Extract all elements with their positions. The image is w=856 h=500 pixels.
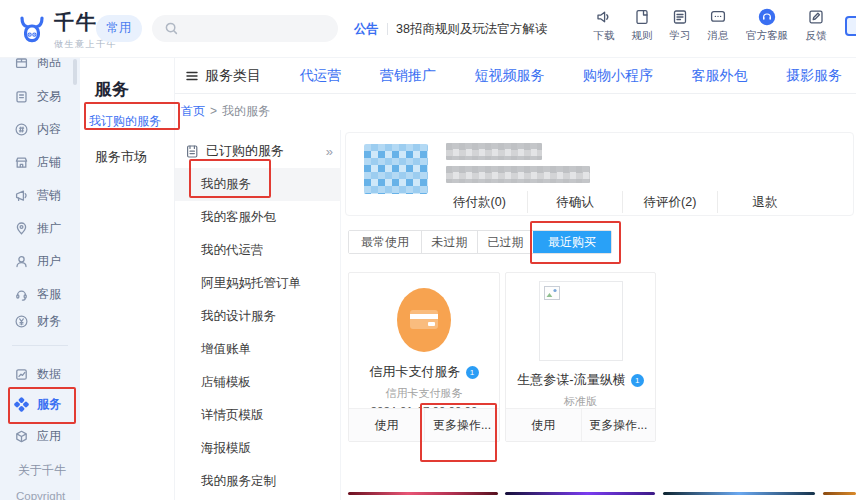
menu-item-my-services[interactable]: 我的服务 xyxy=(175,168,341,201)
breadcrumb-current: 我的服务 xyxy=(222,103,270,120)
sidebar-item-finance[interactable]: 财务 xyxy=(0,305,80,338)
sidebar-item-shop[interactable]: 店铺 xyxy=(0,146,80,179)
filter-most-used[interactable]: 最常使用 xyxy=(349,231,421,253)
more-actions-button[interactable]: 更多操作... xyxy=(424,409,499,441)
learn-action[interactable]: 学习 xyxy=(661,8,699,43)
sidebar-label: 用户 xyxy=(37,253,61,270)
nav-item-short-video[interactable]: 短视频服务 xyxy=(475,67,545,85)
sidebar-item-marketing[interactable]: 营销 xyxy=(0,179,80,212)
services-icon xyxy=(14,397,29,412)
sidebar-item-users[interactable]: 用户 xyxy=(0,245,80,278)
rules-label: 规则 xyxy=(632,29,653,43)
about-qianniu-link[interactable]: 关于千牛 xyxy=(18,462,66,479)
announcement-divider xyxy=(387,23,388,35)
sidebar-item-content[interactable]: 内容 xyxy=(0,113,80,146)
nav-item-photography[interactable]: 摄影服务 xyxy=(786,67,842,85)
official-service-icon xyxy=(758,8,776,26)
use-button[interactable]: 使用 xyxy=(349,409,424,441)
menu-item-value-added-bills[interactable]: 增值账单 xyxy=(175,333,341,366)
filter-expired[interactable]: 已过期 xyxy=(477,231,533,253)
menu-icon xyxy=(185,69,199,83)
blurred-username xyxy=(446,143,542,160)
feedback-icon xyxy=(807,8,825,26)
filter-recently-purchased[interactable]: 最近购买 xyxy=(533,231,611,253)
breadcrumb-separator: > xyxy=(210,104,217,118)
rules-icon xyxy=(633,8,651,26)
card-footer: 使用 更多操作... xyxy=(349,408,499,441)
menu-item-service-customization[interactable]: 我的服务定制 xyxy=(175,465,341,498)
card-title: 生意参谋-流量纵横 xyxy=(517,371,625,389)
feedback-label: 反馈 xyxy=(806,29,827,43)
next-row-card-banner xyxy=(505,492,655,495)
download-label: 下载 xyxy=(594,29,615,43)
tab-pending-review[interactable]: 待评价(2) xyxy=(622,191,717,213)
nav-item-shopping-miniapp[interactable]: 购物小程序 xyxy=(583,67,653,85)
messages-action[interactable]: 消息 xyxy=(699,8,737,43)
sidebar-item-services[interactable]: 服务 xyxy=(0,388,80,421)
header-actions: 下载 规则 学习 xyxy=(585,8,835,43)
announcement-text[interactable]: 38招商规则及玩法官方解读 xyxy=(396,21,547,38)
official-service-action[interactable]: 官方客服 xyxy=(737,8,797,43)
top-header: 千牛 做生意上千牛 常用 公告 38招商规则及玩法官方解读 下载 xyxy=(0,0,856,58)
sidebar-label: 营销 xyxy=(37,187,61,204)
nav-item-marketing-promotion[interactable]: 营销推广 xyxy=(380,67,436,85)
quick-access-button[interactable]: 常用 xyxy=(96,15,142,42)
tab-pending-payment[interactable]: 待付款(0) xyxy=(432,191,527,213)
rules-action[interactable]: 规则 xyxy=(623,8,661,43)
card-title: 信用卡支付服务 xyxy=(370,363,461,381)
card-footer: 使用 更多操作... xyxy=(506,408,655,441)
menu-header-label: 已订购的服务 xyxy=(206,142,284,160)
tab-refund[interactable]: 退款 xyxy=(717,191,812,213)
menu-item-alimama-orders[interactable]: 阿里妈妈托管订单 xyxy=(175,267,341,300)
menu-item-design-services[interactable]: 我的设计服务 xyxy=(175,300,341,333)
promotion-icon xyxy=(14,221,29,236)
sidebar-label: 推广 xyxy=(37,220,61,237)
sidebar-label: 财务 xyxy=(37,313,61,330)
filter-not-expired[interactable]: 未过期 xyxy=(421,231,477,253)
search-icon xyxy=(164,21,179,36)
panel-item-my-ordered-services[interactable]: 我订购的服务 xyxy=(89,113,161,130)
finance-icon xyxy=(14,314,29,329)
menu-item-cs-outsourcing[interactable]: 我的客服外包 xyxy=(175,201,341,234)
announcement-label[interactable]: 公告 xyxy=(354,21,379,38)
nav-item-cs-outsourcing[interactable]: 客服外包 xyxy=(692,67,748,85)
sidebar-item-trade[interactable]: 交易 xyxy=(0,80,80,113)
learn-label: 学习 xyxy=(670,29,691,43)
service-secondary-panel: 服务 我订购的服务 服务市场 xyxy=(80,58,175,500)
feedback-action[interactable]: 反馈 xyxy=(797,8,835,43)
marketing-icon xyxy=(14,188,29,203)
sidebar-scrollbar[interactable] xyxy=(73,59,77,85)
sidebar-item-goods[interactable]: 商品 xyxy=(0,58,80,79)
menu-item-shop-templates[interactable]: 店铺模板 xyxy=(175,366,341,399)
sidebar-label: 应用 xyxy=(37,428,61,445)
messages-icon xyxy=(709,8,727,26)
sidebar-item-apps[interactable]: 应用 xyxy=(0,420,80,453)
menu-item-detail-templates[interactable]: 详情页模版 xyxy=(175,399,341,432)
sidebar-label: 内容 xyxy=(37,121,61,138)
menu-header-ordered-services[interactable]: 已订购的服务 » xyxy=(185,142,333,160)
breadcrumb: 首页 > 我的服务 xyxy=(175,94,270,128)
category-navbar: 服务类目 代运营 营销推广 短视频服务 购物小程序 客服外包 摄影服务 xyxy=(175,58,856,94)
service-filter-tabs: 最常使用 未过期 已过期 最近购买 xyxy=(348,230,612,254)
download-action[interactable]: 下载 xyxy=(585,8,623,43)
menu-item-agency[interactable]: 我的代运营 xyxy=(175,234,341,267)
service-card-sycm: 生意参谋-流量纵横 1 标准版 2024-01-17 00:00:00 使用 更… xyxy=(505,272,656,442)
nav-item-service-categories[interactable]: 服务类目 xyxy=(185,67,261,85)
nav-item-agency-operation[interactable]: 代运营 xyxy=(300,67,342,85)
users-icon xyxy=(14,254,29,269)
use-button[interactable]: 使用 xyxy=(506,409,581,441)
sidebar-divider xyxy=(12,345,68,346)
more-actions-button[interactable]: 更多操作... xyxy=(581,409,656,441)
menu-item-poster-templates[interactable]: 海报模版 xyxy=(175,432,341,465)
main-content: 待付款(0) 待确认 待评价(2) 退款 最常使用 未过期 已过期 最近购买 信… xyxy=(345,130,856,500)
tab-pending-confirm[interactable]: 待确认 xyxy=(527,191,622,213)
primary-sidebar: 商品 交易 内容 店铺 营销 推广 用户 客服 财务 数据 服务 xyxy=(0,58,80,500)
breadcrumb-home[interactable]: 首页 xyxy=(181,103,205,120)
content-icon xyxy=(14,122,29,137)
panel-item-service-market[interactable]: 服务市场 xyxy=(95,148,147,166)
chevron-expand-icon[interactable]: » xyxy=(326,144,333,159)
search-input[interactable] xyxy=(152,15,338,42)
clipped-header-icon[interactable] xyxy=(845,16,856,36)
sidebar-item-data[interactable]: 数据 xyxy=(0,358,80,391)
sidebar-item-promotion[interactable]: 推广 xyxy=(0,212,80,245)
